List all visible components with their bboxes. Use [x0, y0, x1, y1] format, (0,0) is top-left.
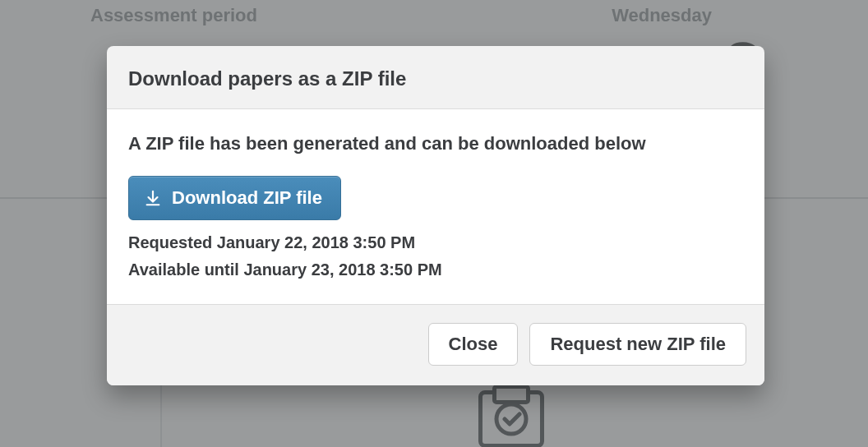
modal-body: A ZIP file has been generated and can be…: [107, 109, 764, 304]
modal-header: Download papers as a ZIP file: [107, 46, 764, 109]
close-button[interactable]: Close: [428, 323, 519, 366]
requested-timestamp: Requested January 22, 2018 3:50 PM: [128, 233, 743, 252]
request-new-zip-button[interactable]: Request new ZIP file: [529, 323, 746, 366]
download-zip-button[interactable]: Download ZIP file: [128, 176, 341, 220]
available-until-timestamp: Available until January 23, 2018 3:50 PM: [128, 260, 743, 279]
download-zip-modal: Download papers as a ZIP file A ZIP file…: [107, 46, 764, 385]
modal-message: A ZIP file has been generated and can be…: [128, 133, 743, 154]
modal-footer: Close Request new ZIP file: [107, 304, 764, 385]
modal-title: Download papers as a ZIP file: [128, 67, 743, 90]
download-zip-button-label: Download ZIP file: [172, 187, 322, 209]
download-icon: [144, 189, 162, 207]
